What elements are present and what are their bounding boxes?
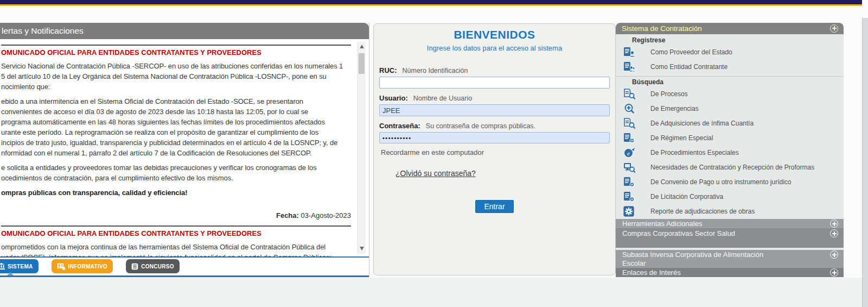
notice-line: 5 del artículo 10 de la Ley Orgánica del… bbox=[1, 71, 357, 82]
menu-item-de-regimen-especial[interactable]: De Régimen Especial bbox=[616, 131, 844, 146]
alerts-tabbar: SISTEMA INFORMATIVO bbox=[0, 256, 369, 277]
tab-concurso[interactable]: CONCURSO bbox=[126, 259, 180, 273]
menu-item-label: De Convenio de Pago u otro instrumento j… bbox=[650, 178, 791, 186]
section-label-registrese: Regístrese bbox=[632, 36, 844, 45]
tab-informativo[interactable]: INFORMATIVO bbox=[52, 259, 113, 273]
notice: OMUNICADO OFICIAL PARA ENTIDADES CONTRAT… bbox=[1, 45, 357, 220]
menu-item-label: Reporte de adjudicaciones de obras bbox=[650, 208, 755, 215]
works-report-icon bbox=[623, 206, 636, 217]
scroll-up-arrow-icon[interactable] bbox=[358, 43, 366, 50]
alerts-panel-header: lertas y Notificaciones bbox=[0, 23, 369, 39]
scroll-down-arrow-icon[interactable] bbox=[358, 246, 366, 252]
menu-item-de-convenio-de-pago[interactable]: De Convenio de Pago u otro instrumento j… bbox=[616, 175, 844, 190]
menu-items: Regístrese Como Proveedor del Estado bbox=[616, 34, 844, 219]
scroll-thumb[interactable] bbox=[359, 53, 365, 74]
accordion-herramientas-adicionales[interactable]: Herramientas Adicionales bbox=[616, 219, 844, 229]
login-submit-button[interactable]: Entrar bbox=[475, 200, 513, 213]
corporate-bidding-icon bbox=[623, 191, 636, 202]
notice-paragraph: omprometidos con la mejora continua de l… bbox=[1, 242, 357, 256]
menu-item-label: Como Entidad Contratante bbox=[650, 63, 727, 71]
menu-item-label: De Procesos bbox=[650, 90, 688, 98]
tab-sistema[interactable]: SISTEMA bbox=[0, 259, 39, 273]
system-icon bbox=[0, 263, 5, 270]
menu-item-label: De Licitación Corporativa bbox=[650, 193, 723, 201]
user-hint: Nombre de Usuario bbox=[413, 95, 472, 102]
username-input[interactable] bbox=[379, 104, 610, 116]
notice-date: Fecha: 03-Agosto-2023 bbox=[1, 211, 351, 220]
accordion-enlaces-de-interes[interactable]: Enlaces de Interés bbox=[616, 268, 844, 277]
menu-item-de-procesos[interactable]: De Procesos bbox=[616, 87, 844, 102]
menu-item-necesidades-contratacion-proformas[interactable]: Necesidades de Contratación y Recepción … bbox=[616, 160, 844, 175]
notice-line: ebido a una intermitencia en el Sistema … bbox=[1, 96, 357, 106]
notice-divider bbox=[1, 45, 351, 46]
login-panel: BIENVENIDOS Ingrese los datos para el ac… bbox=[373, 23, 616, 275]
notice-line: nocimiento que: bbox=[1, 82, 357, 92]
password-input[interactable] bbox=[379, 132, 610, 143]
provider-register-icon bbox=[623, 47, 636, 58]
expand-plus-icon[interactable] bbox=[830, 220, 838, 228]
menu-item-de-procedimientos-especiales[interactable]: e De Procedimientos Especiales bbox=[616, 146, 844, 160]
notice-line: urante este período. La reprogramación s… bbox=[1, 127, 357, 137]
contest-icon bbox=[131, 263, 138, 270]
expand-plus-icon[interactable] bbox=[830, 268, 838, 277]
menu-divider bbox=[616, 76, 844, 77]
accordion-label: Herramientas Adicionales bbox=[622, 220, 702, 228]
menu-item-como-proveedor-del-estado[interactable]: Como Proveedor del Estado bbox=[616, 45, 844, 60]
menu-item-reporte-adjudicaciones-obras[interactable]: Reporte de adjudicaciones de obras bbox=[616, 204, 844, 219]
ruc-field-label-row: RUC: Número Identificación bbox=[379, 66, 610, 74]
menu-item-como-entidad-contratante[interactable]: Como Entidad Contratante bbox=[616, 60, 844, 74]
password-label: Contraseña: bbox=[379, 122, 420, 130]
notice-line: nformidad con el numeral 1, párrafo 2 de… bbox=[1, 148, 357, 158]
minor-amount-search-icon bbox=[623, 118, 636, 129]
date-label: Fecha: bbox=[276, 211, 299, 220]
browser-scrollbar[interactable] bbox=[862, 18, 868, 307]
alerts-content: OMUNICADO OFICIAL PARA ENTIDADES CONTRAT… bbox=[0, 39, 357, 256]
accordion-label: Subasta Inversa Corporativa de Alimentac… bbox=[622, 250, 785, 268]
special-procedures-icon: e bbox=[623, 147, 636, 158]
tab-label: INFORMATIVO bbox=[68, 264, 108, 270]
password-field-label-row: Contraseña: Su contraseña de compras púb… bbox=[379, 122, 610, 130]
notice-heading: OMUNICADO OFICIAL PARA ENTIDADES CONTRAT… bbox=[1, 229, 357, 237]
menu-panel-title: Sistema de Contratación bbox=[622, 24, 702, 33]
ruc-hint: Número Identificación bbox=[403, 67, 468, 74]
entity-register-icon bbox=[623, 61, 636, 72]
menu-item-label: Como Proveedor del Estado bbox=[650, 48, 732, 56]
accordion-compras-corporativas-sector-salud[interactable]: Compras Corporativas Sector Salud bbox=[616, 228, 844, 248]
notice: OMUNICADO OFICIAL PARA ENTIDADES CONTRAT… bbox=[1, 225, 357, 256]
contracting-menu-panel: Sistema de Contratación Regístrese Como … bbox=[616, 23, 844, 277]
accordion-subasta-inversa-alimentacion-escolar[interactable]: Subasta Inversa Corporativa de Alimentac… bbox=[616, 250, 844, 268]
ruc-input[interactable] bbox=[379, 77, 610, 89]
menu-item-de-emergencias[interactable]: De Emergencias bbox=[616, 102, 844, 116]
notice-emphasis-line: ompras públicas con transparencia, calid… bbox=[1, 187, 357, 198]
expand-plus-icon[interactable] bbox=[830, 24, 838, 33]
notice-line: e solicita a entidades y proveedores tom… bbox=[1, 162, 357, 173]
menu-item-de-licitacion-corporativa[interactable]: De Licitación Corporativa bbox=[616, 190, 844, 204]
menu-item-label: De Régimen Especial bbox=[650, 134, 713, 142]
section-label-busqueda: Búsqueda bbox=[632, 78, 844, 87]
menu-item-label: De Adquisiciones de ínfima Cuantía bbox=[650, 120, 754, 127]
tab-label: SISTEMA bbox=[8, 264, 33, 270]
password-hint: Su contraseña de compras públicas. bbox=[426, 122, 535, 130]
page: lertas y Notificaciones OMUNICADO OFICIA… bbox=[0, 0, 868, 307]
notice-paragraph: e solicita a entidades y proveedores tom… bbox=[1, 162, 357, 183]
accordion-label: Compras Corporativas Sector Salud bbox=[622, 229, 735, 237]
alerts-scrollbar[interactable] bbox=[358, 41, 366, 254]
notice-divider bbox=[1, 225, 351, 227]
notice-line: ocedimientos de contratación, para el cu… bbox=[1, 173, 357, 183]
notice-line: uador (SOCE), informamos que se implemen… bbox=[1, 252, 357, 256]
svg-text:e: e bbox=[627, 150, 630, 156]
menu-item-de-adquisiciones-infima-cuantia[interactable]: De Adquisiciones de ínfima Cuantía bbox=[616, 116, 844, 131]
expand-plus-icon[interactable] bbox=[830, 250, 838, 259]
forgot-password-link[interactable]: ¿Olvidó su contraseña? bbox=[395, 169, 476, 178]
notice-paragraph: Servicio Nacional de Contratación Públic… bbox=[1, 61, 357, 92]
menu-item-label: De Procedimientos Especiales bbox=[650, 149, 739, 156]
notice-heading: OMUNICADO OFICIAL PARA ENTIDADES CONTRAT… bbox=[1, 48, 357, 57]
login-subtitle: Ingrese los datos para el acceso al sist… bbox=[379, 44, 610, 52]
user-field-label-row: Usuario: Nombre de Usuario bbox=[379, 94, 610, 102]
submit-row: Entrar bbox=[379, 200, 610, 213]
proformas-icon bbox=[623, 162, 636, 173]
menu-panel-header[interactable]: Sistema de Contratación bbox=[616, 23, 844, 34]
menu-item-label: Necesidades de Contratación y Recepción … bbox=[650, 164, 814, 171]
process-search-icon bbox=[623, 89, 636, 99]
expand-plus-icon[interactable] bbox=[830, 229, 838, 237]
